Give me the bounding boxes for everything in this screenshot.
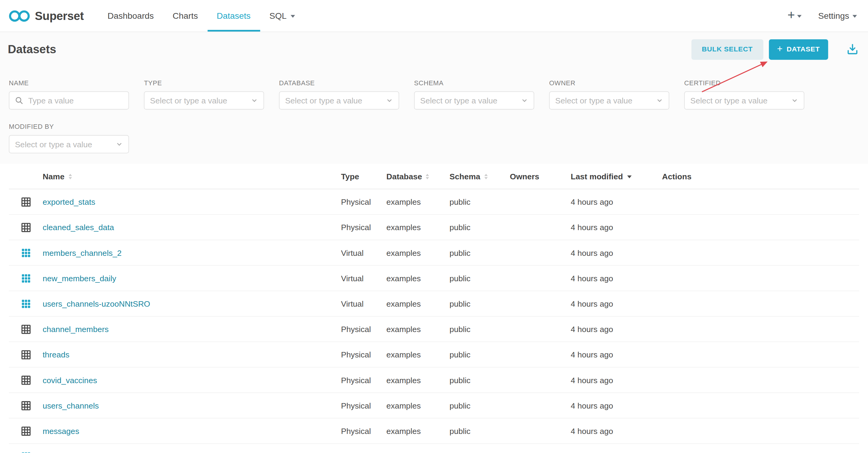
column-label: Schema — [450, 172, 480, 181]
sort-icon — [484, 173, 488, 179]
virtual-dataset-icon — [20, 272, 31, 284]
type-filter-select[interactable]: Select or type a value — [144, 91, 264, 109]
dataset-database: examples — [386, 223, 450, 232]
nav-label: SQL — [270, 11, 287, 21]
column-label: Owners — [510, 172, 539, 181]
column-label: Actions — [662, 172, 691, 181]
filter-label: MODIFIED BY — [9, 123, 129, 131]
dataset-last-modified: 4 hours ago — [571, 426, 662, 435]
dataset-schema: public — [450, 452, 510, 453]
settings-menu[interactable]: Settings — [818, 11, 857, 21]
settings-label: Settings — [818, 11, 849, 21]
search-icon — [15, 96, 23, 104]
column-header-database[interactable]: Database — [386, 172, 450, 181]
plus-icon: + — [787, 9, 795, 22]
schema-filter-select[interactable]: Select or type a value — [414, 91, 534, 109]
sort-icon — [68, 173, 72, 179]
sort-desc-icon — [627, 175, 632, 178]
dataset-database: examples — [386, 452, 450, 453]
nav-label: Dashboards — [108, 11, 154, 21]
dataset-name-link[interactable]: channel_members — [43, 325, 108, 333]
filter-field-name: NAME — [9, 67, 129, 109]
table-row: messages Physical examples public 4 hour… — [9, 419, 859, 444]
dataset-last-modified: 4 hours ago — [571, 350, 662, 359]
add-dataset-button[interactable]: + DATASET — [769, 39, 828, 60]
dataset-type: Physical — [341, 401, 386, 410]
dataset-last-modified: 4 hours ago — [571, 401, 662, 410]
dataset-database: examples — [386, 426, 450, 435]
superset-logo[interactable]: Superset — [9, 9, 84, 22]
dataset-name-link[interactable]: new_members_daily — [43, 274, 116, 283]
column-label: Last modified — [571, 172, 623, 181]
brand-name: Superset — [35, 9, 84, 22]
download-icon — [846, 43, 859, 56]
modified-by-filter-select[interactable]: Select or type a value — [9, 135, 129, 153]
table-row: channel_members Physical examples public… — [9, 317, 859, 342]
dataset-name-link[interactable]: threads — [43, 350, 69, 359]
certified-filter-select[interactable]: Select or type a value — [684, 91, 804, 109]
dataset-name-link[interactable]: users_channels-uzooNNtSRO — [43, 299, 150, 308]
dataset-schema: public — [450, 350, 510, 359]
column-header-schema[interactable]: Schema — [450, 172, 510, 181]
select-placeholder: Select or type a value — [15, 140, 112, 149]
top-navbar: Superset Dashboards Charts Datasets SQL … — [0, 0, 868, 32]
database-filter-select[interactable]: Select or type a value — [279, 91, 399, 109]
import-datasets-button[interactable] — [846, 43, 859, 56]
dataset-type: Virtual — [341, 274, 386, 283]
virtual-dataset-icon — [20, 298, 31, 310]
owner-filter-select[interactable]: Select or type a value — [549, 91, 669, 109]
filter-label: NAME — [9, 79, 129, 87]
nav-item-sql[interactable]: SQL — [260, 0, 304, 31]
filter-label: DATABASE — [279, 79, 399, 87]
filter-row-1: NAME TYPE Select or type a value DATABAS… — [0, 67, 868, 109]
sort-icon — [426, 173, 429, 179]
dataset-name-link[interactable]: members_channels_2 — [43, 248, 122, 257]
physical-dataset-icon — [20, 375, 31, 386]
filter-field-schema: SCHEMA Select or type a value — [414, 67, 534, 109]
dataset-last-modified: 4 hours ago — [571, 197, 662, 206]
chevron-down-icon — [656, 97, 663, 104]
table-row: threads Physical examples public 4 hours… — [9, 342, 859, 367]
nav-item-charts[interactable]: Charts — [163, 0, 208, 31]
nav-label: Datasets — [217, 11, 251, 21]
chevron-down-icon — [852, 15, 857, 18]
select-placeholder: Select or type a value — [150, 96, 247, 105]
select-placeholder: Select or type a value — [285, 96, 382, 105]
physical-dataset-icon — [20, 349, 31, 360]
dataset-database: examples — [386, 350, 450, 359]
physical-dataset-icon — [20, 425, 31, 437]
dataset-schema: public — [450, 274, 510, 283]
filter-label: CERTIFIED — [684, 79, 804, 87]
table-row: cleaned_sales_data Physical examples pub… — [9, 215, 859, 240]
virtual-dataset-icon — [20, 451, 31, 453]
dataset-name-link[interactable]: messages — [43, 426, 79, 435]
dataset-name-link[interactable]: cleaned_sales_data — [43, 223, 114, 232]
new-item-button[interactable]: + — [787, 10, 802, 22]
nav-item-datasets[interactable]: Datasets — [207, 0, 260, 31]
dataset-last-modified: 4 hours ago — [571, 376, 662, 384]
filter-row-2: MODIFIED BY Select or type a value — [0, 109, 868, 153]
dataset-name-link[interactable]: exported_stats — [43, 197, 95, 206]
column-header-name[interactable]: Name — [43, 172, 341, 181]
datasets-table: Name Type Database Schema Owners Last mo… — [9, 164, 859, 453]
column-header-type: Type — [341, 172, 386, 181]
select-placeholder: Select or type a value — [555, 96, 653, 105]
dataset-last-modified: 4 hours ago — [571, 274, 662, 283]
table-row: users_channels Physical examples public … — [9, 393, 859, 419]
dataset-name-link[interactable]: users_channels — [43, 401, 99, 410]
nav-item-dashboards[interactable]: Dashboards — [98, 0, 163, 31]
bulk-select-button[interactable]: BULK SELECT — [691, 39, 763, 60]
table-row: covid_vaccines Physical examples public … — [9, 367, 859, 393]
column-header-last-modified[interactable]: Last modified — [571, 172, 662, 181]
filter-label: OWNER — [549, 79, 669, 87]
dataset-type: Physical — [341, 426, 386, 435]
select-placeholder: Select or type a value — [690, 96, 787, 105]
dataset-last-modified: 4 hours ago — [571, 223, 662, 232]
filter-field-database: DATABASE Select or type a value — [279, 67, 399, 109]
dataset-type: Physical — [341, 197, 386, 206]
dataset-name-link[interactable]: messages_channels — [43, 452, 116, 453]
name-filter-input[interactable] — [27, 96, 123, 105]
filter-label: SCHEMA — [414, 79, 534, 87]
dataset-name-link[interactable]: covid_vaccines — [43, 376, 97, 384]
filter-field-owner: OWNER Select or type a value — [549, 67, 669, 109]
